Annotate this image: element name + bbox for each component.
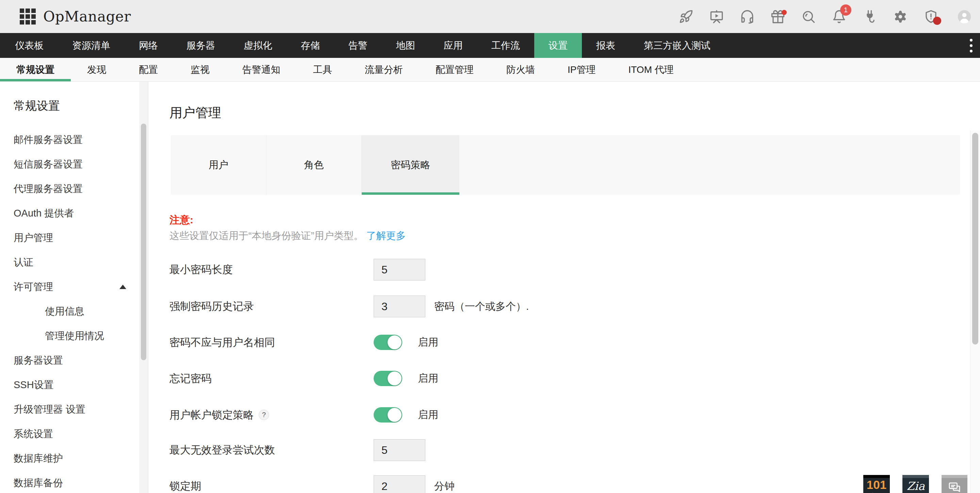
form-row-account-lockout: 用户帐户锁定策略? 启用: [169, 407, 950, 423]
learn-more-link[interactable]: 了解更多: [366, 230, 406, 241]
nav-network[interactable]: 网络: [124, 33, 172, 58]
account-lockout-toggle[interactable]: [374, 407, 402, 423]
main-nav: 仪表板 资源清单 网络 服务器 虚拟化 存储 告警 地图 应用 工作流 设置 报…: [0, 33, 980, 58]
nav-overflow-menu-icon[interactable]: [970, 39, 972, 53]
sidebar-item-ssh-settings[interactable]: SSH设置: [0, 372, 139, 397]
presentation-play-icon[interactable]: [709, 9, 724, 24]
nav-workflow[interactable]: 工作流: [477, 33, 534, 58]
rocket-icon[interactable]: [679, 9, 694, 24]
subnav-monitoring[interactable]: 监视: [174, 58, 226, 81]
nav-settings[interactable]: 设置: [534, 33, 582, 58]
nav-server[interactable]: 服务器: [172, 33, 229, 58]
chat-bubbles-icon: [947, 481, 962, 493]
content-scrollbar[interactable]: [970, 131, 980, 493]
content-scrollbar-thumb[interactable]: [972, 133, 978, 345]
user-avatar[interactable]: [954, 6, 975, 27]
app-title: OpManager: [43, 8, 131, 25]
bell-icon[interactable]: 1: [832, 9, 846, 24]
sidebar-item-proxy-server[interactable]: 代理服务器设置: [0, 176, 139, 201]
form-row-lockout-period: 锁定期 分钟: [169, 475, 950, 493]
user-management-panel: 用户管理 用户 角色 密码策略 注意: 这些设置仅适用于“本地身份验证”用户类型…: [149, 82, 970, 493]
form-row-max-login-attempts: 最大无效登录尝试次数: [169, 439, 950, 461]
sidebar-item-upgrade-manager[interactable]: 升级管理器 设置: [0, 397, 139, 421]
apps-grid-icon[interactable]: [20, 8, 36, 24]
help-icon[interactable]: ?: [259, 410, 269, 420]
min-password-length-input[interactable]: [374, 259, 425, 281]
plug-icon[interactable]: [862, 9, 877, 24]
field-suffix: 分钟: [434, 479, 455, 493]
sidebar-item-license-management[interactable]: 许可管理: [0, 274, 139, 299]
subnav-notifications[interactable]: 告警通知: [226, 58, 297, 81]
brand[interactable]: OpManager: [20, 0, 131, 33]
tab-users[interactable]: 用户: [171, 135, 266, 195]
headset-icon[interactable]: [740, 9, 755, 24]
nav-maps[interactable]: 地图: [382, 33, 430, 58]
nav-inventory[interactable]: 资源清单: [58, 33, 124, 58]
field-label: 最大无效登录尝试次数: [169, 443, 374, 457]
sidebar-item-server-settings[interactable]: 服务器设置: [0, 348, 139, 372]
forgot-password-toggle[interactable]: [374, 371, 402, 386]
field-label: 锁定期: [169, 479, 374, 493]
settings-sidebar: 常规设置 邮件服务器设置 短信服务器设置 代理服务器设置 OAuth 提供者 用…: [0, 82, 139, 493]
form-row-password-not-username: 密码不应与用户名相同 启用: [169, 335, 950, 350]
subnav-netflow[interactable]: 流量分析: [348, 58, 419, 81]
form-row-min-password-length: 最小密码长度: [169, 259, 950, 281]
gear-icon[interactable]: [893, 9, 908, 24]
form-row-forgot-password: 忘记密码 启用: [169, 371, 950, 386]
alarm-count-widget[interactable]: 101 告警: [863, 475, 890, 493]
chat-widget[interactable]: [942, 475, 967, 493]
tab-roles[interactable]: 角色: [266, 135, 361, 195]
settings-sub-nav: 常规设置 发现 配置 监视 告警通知 工具 流量分析 配置管理 防火墙 IP管理…: [0, 58, 980, 82]
subnav-tools[interactable]: 工具: [297, 58, 348, 81]
sidebar-item-oauth-provider[interactable]: OAuth 提供者: [0, 201, 139, 225]
field-label: 最小密码长度: [169, 263, 374, 277]
sidebar-item-authentication[interactable]: 认证: [0, 250, 139, 274]
lockout-period-input[interactable]: [374, 475, 425, 493]
collapse-arrow-icon[interactable]: [119, 285, 126, 289]
sidebar-item-db-backup[interactable]: 数据库备份: [0, 471, 139, 493]
subnav-configuration[interactable]: 配置: [123, 58, 174, 81]
subnav-firewall[interactable]: 防火墙: [490, 58, 551, 81]
nav-apps[interactable]: 应用: [430, 33, 477, 58]
sidebar-item-mail-server[interactable]: 邮件服务器设置: [0, 127, 139, 152]
subnav-general-settings[interactable]: 常规设置: [0, 58, 71, 81]
toggle-state-label: 启用: [418, 372, 438, 385]
field-label: 忘记密码: [169, 372, 374, 386]
shield-alert-icon[interactable]: [924, 9, 939, 24]
subnav-ip-mgmt[interactable]: IP管理: [551, 58, 612, 81]
nav-virtualization[interactable]: 虚拟化: [229, 33, 286, 58]
zia-logo: Zia: [902, 478, 929, 493]
zia-assistant-widget[interactable]: Zia: [902, 475, 929, 493]
sidebar-item-sms-server[interactable]: 短信服务器设置: [0, 152, 139, 176]
subnav-config-mgmt[interactable]: 配置管理: [419, 58, 490, 81]
toggle-state-label: 启用: [418, 408, 438, 422]
sidebar-item-db-maintenance[interactable]: 数据库维护: [0, 446, 139, 471]
field-label: 强制密码历史记录: [169, 299, 374, 314]
sidebar-scrollbar-thumb[interactable]: [141, 124, 146, 360]
note-label: 注意:: [169, 213, 193, 227]
tab-password-policy[interactable]: 密码策略: [361, 135, 460, 195]
password-not-username-toggle[interactable]: [374, 335, 402, 350]
max-login-attempts-input[interactable]: [374, 439, 425, 461]
notification-badge: 1: [840, 5, 851, 16]
nav-alarms[interactable]: 告警: [334, 33, 382, 58]
sidebar-item-system-settings[interactable]: 系统设置: [0, 421, 139, 446]
form-row-password-history: 强制密码历史记录 密码（一个或多个）.: [169, 295, 950, 317]
toggle-state-label: 启用: [418, 335, 438, 349]
gift-icon[interactable]: [770, 9, 785, 24]
sidebar-scrollbar[interactable]: [139, 82, 148, 493]
sidebar-item-user-management[interactable]: 用户管理: [0, 225, 139, 250]
field-label: 用户帐户锁定策略: [169, 408, 254, 422]
subnav-itom-agent[interactable]: ITOM 代理: [612, 58, 690, 81]
nav-reports[interactable]: 报表: [582, 33, 630, 58]
nav-thirdparty[interactable]: 第三方嵌入测试: [630, 33, 725, 58]
page-title: 用户管理: [169, 104, 221, 121]
search-icon[interactable]: [801, 9, 816, 24]
opmanager-app: OpManager 1: [0, 0, 980, 493]
sidebar-item-manage-usage[interactable]: 管理使用情况: [0, 324, 139, 348]
sidebar-item-usage-info[interactable]: 使用信息: [0, 299, 139, 324]
subnav-discovery[interactable]: 发现: [71, 58, 123, 81]
nav-dashboard[interactable]: 仪表板: [1, 33, 58, 58]
nav-storage[interactable]: 存储: [286, 33, 334, 58]
password-history-input[interactable]: [374, 295, 425, 317]
